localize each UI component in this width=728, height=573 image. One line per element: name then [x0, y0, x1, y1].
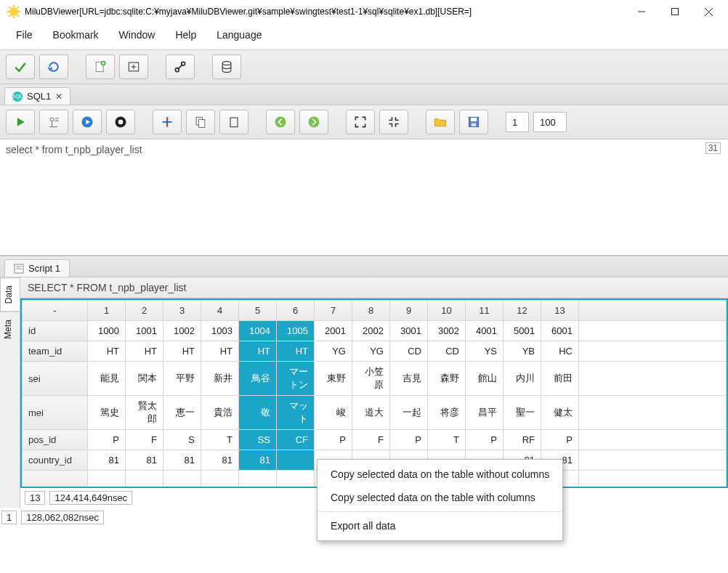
- cell[interactable]: 内川: [503, 362, 541, 396]
- copy-button[interactable]: [186, 110, 215, 134]
- cell[interactable]: HT: [88, 341, 126, 362]
- row-header[interactable]: mei: [23, 396, 88, 430]
- col-header[interactable]: 7: [315, 301, 352, 321]
- cell[interactable]: 5001: [503, 321, 541, 341]
- cell[interactable]: 恵一: [163, 396, 201, 430]
- col-header[interactable]: 5: [239, 301, 277, 321]
- limit-input[interactable]: 100: [533, 112, 567, 132]
- open-button[interactable]: [426, 110, 455, 134]
- cell[interactable]: 能見: [88, 362, 126, 396]
- cell[interactable]: P: [88, 430, 126, 450]
- cell[interactable]: YB: [503, 341, 541, 362]
- cell[interactable]: 1004: [239, 321, 277, 341]
- cell[interactable]: RF: [503, 430, 541, 450]
- cell[interactable]: 健太: [541, 396, 579, 430]
- cell[interactable]: HT: [239, 341, 277, 362]
- database-button[interactable]: [212, 54, 241, 79]
- row-header[interactable]: team_id: [23, 341, 88, 362]
- explain-button[interactable]: [39, 110, 68, 134]
- new-file-button[interactable]: [86, 54, 115, 79]
- cell[interactable]: HT: [126, 341, 163, 362]
- collapse-button[interactable]: [379, 110, 408, 134]
- expand-button[interactable]: [346, 110, 375, 134]
- row-header[interactable]: id: [23, 321, 88, 341]
- commit-button[interactable]: [6, 54, 35, 79]
- cell[interactable]: 6001: [541, 321, 579, 341]
- rollback-button[interactable]: [39, 54, 68, 79]
- cell[interactable]: [277, 450, 315, 471]
- stop-button[interactable]: [106, 110, 135, 134]
- cell[interactable]: YS: [466, 341, 503, 362]
- col-header[interactable]: 1: [88, 301, 126, 321]
- cell[interactable]: 館山: [466, 362, 503, 396]
- offset-input[interactable]: 1: [506, 112, 529, 132]
- close-icon[interactable]: ✕: [55, 92, 62, 102]
- connection-button[interactable]: [166, 54, 195, 79]
- cell[interactable]: 峻: [315, 396, 352, 430]
- row-header[interactable]: country_id: [23, 450, 88, 471]
- format-button[interactable]: [153, 110, 182, 134]
- cell[interactable]: 1005: [277, 321, 315, 341]
- cell[interactable]: 森野: [428, 362, 466, 396]
- cell[interactable]: YG: [315, 341, 352, 362]
- col-header[interactable]: 11: [466, 301, 503, 321]
- save-button[interactable]: [459, 110, 488, 134]
- sidetab-data[interactable]: Data: [0, 277, 20, 312]
- col-header[interactable]: 10: [428, 301, 466, 321]
- cell[interactable]: 1000: [88, 321, 126, 341]
- cell[interactable]: CD: [428, 341, 466, 362]
- cell[interactable]: F: [352, 430, 390, 450]
- new-window-button[interactable]: [119, 54, 148, 79]
- cell[interactable]: P: [315, 430, 352, 450]
- run-all-button[interactable]: [73, 110, 102, 134]
- cell[interactable]: F: [126, 430, 163, 450]
- cell[interactable]: 1002: [163, 321, 201, 341]
- cell[interactable]: 関本: [126, 362, 163, 396]
- col-header[interactable]: 2: [126, 301, 163, 321]
- cell[interactable]: 昌平: [466, 396, 503, 430]
- cell[interactable]: 3002: [428, 321, 466, 341]
- cell[interactable]: HT: [277, 341, 315, 362]
- tab-sql1[interactable]: SQL SQL1 ✕: [4, 87, 70, 105]
- cell[interactable]: 前田: [541, 362, 579, 396]
- cell[interactable]: T: [428, 430, 466, 450]
- cell[interactable]: CF: [277, 430, 315, 450]
- col-header[interactable]: 9: [390, 301, 428, 321]
- cell[interactable]: 吉見: [390, 362, 428, 396]
- menu-window[interactable]: Window: [110, 26, 164, 44]
- tab-script1[interactable]: Script 1: [4, 259, 70, 277]
- cell[interactable]: P: [390, 430, 428, 450]
- row-header[interactable]: pos_id: [23, 430, 88, 450]
- cell[interactable]: S: [163, 430, 201, 450]
- paste-button[interactable]: [219, 110, 248, 134]
- cell[interactable]: 新井: [201, 362, 239, 396]
- cell[interactable]: 賢太郎: [126, 396, 163, 430]
- cell[interactable]: SS: [239, 430, 277, 450]
- run-button[interactable]: [6, 110, 35, 134]
- row-header[interactable]: sei: [23, 362, 88, 396]
- sql-editor[interactable]: select * from t_npb_player_list 31: [0, 139, 728, 256]
- col-header[interactable]: 3: [163, 301, 201, 321]
- cell[interactable]: 2002: [352, 321, 390, 341]
- ctx-copy-without-cols[interactable]: Copy selected data on the table without …: [318, 463, 562, 486]
- cell[interactable]: 2001: [315, 321, 352, 341]
- col-header[interactable]: 6: [277, 301, 315, 321]
- cell[interactable]: 81: [88, 450, 126, 471]
- cell[interactable]: 道大: [352, 396, 390, 430]
- cell[interactable]: 貴浩: [201, 396, 239, 430]
- cell[interactable]: 3001: [390, 321, 428, 341]
- menu-file[interactable]: File: [7, 26, 41, 44]
- maximize-button[interactable]: [658, 0, 692, 23]
- col-header[interactable]: 13: [541, 301, 579, 321]
- col-header[interactable]: 4: [201, 301, 239, 321]
- cell[interactable]: 81: [201, 450, 239, 471]
- cell[interactable]: YG: [352, 341, 390, 362]
- menu-bookmark[interactable]: Bookmark: [44, 26, 108, 44]
- cell[interactable]: 4001: [466, 321, 503, 341]
- close-button[interactable]: [692, 0, 725, 23]
- cell[interactable]: 一起: [390, 396, 428, 430]
- cell[interactable]: 平野: [163, 362, 201, 396]
- cell[interactable]: 敬: [239, 396, 277, 430]
- next-button[interactable]: [299, 110, 328, 134]
- cell[interactable]: 81: [126, 450, 163, 471]
